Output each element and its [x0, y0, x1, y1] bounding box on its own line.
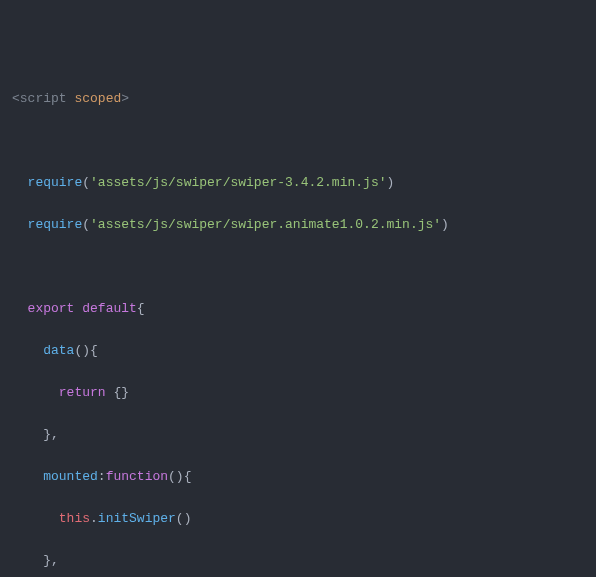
code-line	[12, 256, 584, 277]
code-editor: <script scoped> require('assets/js/swipe…	[0, 88, 596, 577]
keyword-default: default	[82, 301, 137, 316]
string-literal: 'assets/js/swiper/swiper.animate1.0.2.mi…	[90, 217, 441, 232]
require-call: require	[28, 217, 83, 232]
code-line: require('assets/js/swiper/swiper.animate…	[12, 214, 584, 235]
code-line: mounted:function(){	[12, 466, 584, 487]
tag-name: script	[20, 91, 67, 106]
code-line: this.initSwiper()	[12, 508, 584, 529]
prop-mounted: mounted	[43, 469, 98, 484]
keyword-return: return	[59, 385, 106, 400]
code-line	[12, 130, 584, 151]
code-line: data(){	[12, 340, 584, 361]
attr-scoped: scoped	[74, 91, 121, 106]
code-line: },	[12, 550, 584, 571]
keyword-export: export	[28, 301, 75, 316]
method-call: initSwiper	[98, 511, 176, 526]
code-line: export default{	[12, 298, 584, 319]
code-line: require('assets/js/swiper/swiper-3.4.2.m…	[12, 172, 584, 193]
method-data: data	[43, 343, 74, 358]
tag-bracket: >	[121, 91, 129, 106]
string-literal: 'assets/js/swiper/swiper-3.4.2.min.js'	[90, 175, 386, 190]
code-line: <script scoped>	[12, 88, 584, 109]
code-line: },	[12, 424, 584, 445]
tag-bracket: <	[12, 91, 20, 106]
code-line: return {}	[12, 382, 584, 403]
keyword-function: function	[106, 469, 168, 484]
require-call: require	[28, 175, 83, 190]
keyword-this: this	[59, 511, 90, 526]
